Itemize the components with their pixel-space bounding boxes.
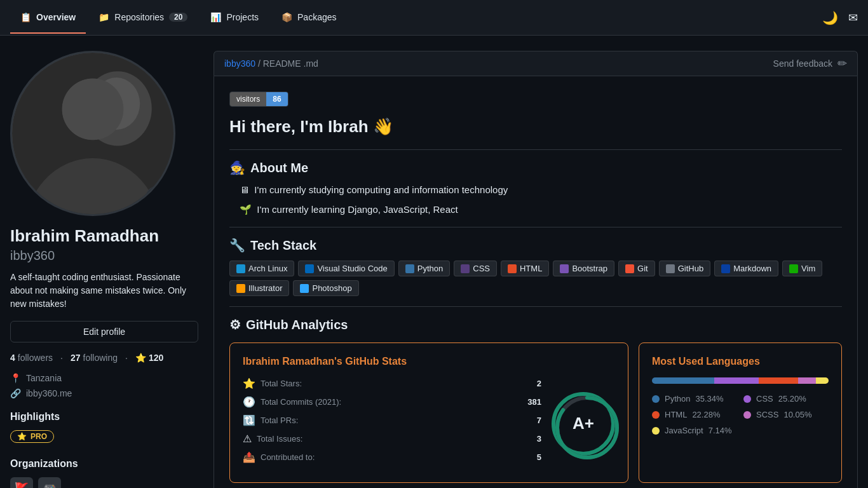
stats-list: ⭐ Total Stars: 2 🕐 Total Commits (2021):… — [243, 377, 541, 470]
lang-bar-segment-javascript — [816, 377, 829, 384]
inbox-button[interactable]: ✉ — [848, 11, 858, 25]
readme-path: ibby360 / README .md — [224, 58, 318, 69]
tech-badge-dot-github — [666, 264, 675, 273]
about-me-label: About Me — [250, 161, 308, 175]
stat-icon-4: 📤 — [243, 451, 255, 463]
profile-username: ibby360 — [10, 248, 198, 263]
readme-path-user[interactable]: ibby360 — [224, 58, 255, 69]
tech-badge-dot-python — [405, 264, 414, 273]
stat-value-2: 7 — [537, 416, 541, 425]
greeting-text: Hi there, I'm Ibrah 👋 — [229, 117, 842, 137]
tab-repositories[interactable]: 📁 Repositories 20 — [88, 2, 198, 34]
edit-profile-button[interactable]: Edit profile — [10, 321, 198, 342]
stat-row-2: 🔃 Total PRs: 7 — [243, 414, 541, 426]
languages-card: Most Used Languages Python 35.34% CSS 25… — [639, 342, 842, 483]
analytics-icon: ⚙ — [229, 317, 241, 332]
visitors-badge: visitors 86 — [229, 92, 288, 107]
followers-label: followers — [18, 353, 53, 363]
tech-badge-illustrator[interactable]: Illustrator — [229, 280, 289, 296]
lang-pct-css: 25.20% — [778, 394, 806, 403]
tech-badge-vscode[interactable]: Visual Studio Code — [298, 261, 394, 276]
tech-badge-html[interactable]: HTML — [501, 261, 549, 276]
link-icon: 🔗 — [10, 388, 21, 398]
tech-badge-label-python: Python — [417, 264, 443, 273]
tab-projects[interactable]: 📊 Projects — [200, 2, 269, 34]
divider-2 — [229, 227, 842, 227]
tab-overview[interactable]: 📋 Overview — [10, 2, 86, 34]
tab-packages[interactable]: 📦 Packages — [271, 2, 346, 34]
grade-text: A+ — [573, 414, 594, 433]
lang-item-javascript: JavaScript 7.14% — [652, 426, 737, 435]
lang-dot-html — [652, 411, 660, 419]
profile-meta: 📍 Tanzania 🔗 ibby360.me — [10, 373, 198, 398]
tech-label: Tech Stack — [250, 238, 316, 253]
tech-badge-github[interactable]: GitHub — [659, 261, 710, 276]
stats-card-title: Ibrahim Ramadhan's GitHub Stats — [243, 356, 615, 367]
right-content: ibby360 / README .md Send feedback ✏ vis… — [214, 51, 858, 488]
stat-icon-2: 🔃 — [243, 414, 255, 426]
stat-label-4: Contributed to: — [261, 452, 532, 462]
path-separator: / — [258, 58, 263, 69]
tech-badge-label-markdown: Markdown — [733, 264, 771, 273]
tech-badge-vim[interactable]: Vim — [782, 261, 822, 276]
readme-body: visitors 86 Hi there, I'm Ibrah 👋 🧙 Abou… — [214, 76, 858, 488]
tech-badge-arch[interactable]: Arch Linux — [229, 261, 294, 276]
tech-badge-css[interactable]: CSS — [454, 261, 497, 276]
avatar-emoji: 🙂 — [146, 186, 168, 209]
tech-badge-dot-markdown — [721, 264, 730, 273]
location-icon: 📍 — [10, 373, 21, 383]
about-item-2-text: I'm currently learning Django, JavaScrip… — [257, 204, 458, 215]
tech-stack-title: 🔧 Tech Stack — [229, 238, 842, 253]
repo-icon: 📁 — [98, 12, 109, 22]
edit-readme-button[interactable]: ✏ — [837, 57, 847, 71]
tech-badge-dot-illustrator — [236, 284, 245, 293]
about-item-1-icon: 🖥 — [240, 184, 249, 195]
header-nav: 📋 Overview 📁 Repositories 20 📊 Projects … — [0, 0, 868, 36]
tech-badge-dot-css — [461, 264, 470, 273]
tab-packages-label: Packages — [297, 12, 336, 22]
svg-point-3 — [25, 158, 161, 214]
tech-badge-label-vscode: Visual Studio Code — [317, 264, 387, 273]
lang-bar-segment-html — [759, 377, 798, 384]
analytics-label: GitHub Analytics — [246, 318, 348, 332]
projects-icon: 📊 — [210, 12, 221, 22]
stat-icon-3: ⚠ — [243, 433, 252, 445]
send-feedback-button[interactable]: Send feedback — [773, 58, 832, 69]
stat-row-0: ⭐ Total Stars: 2 — [243, 377, 541, 390]
lang-pct-html: 22.28% — [692, 410, 720, 419]
stat-label-2: Total PRs: — [261, 416, 532, 425]
about-item-1: 🖥 I'm currently studying computing and i… — [240, 183, 842, 198]
lang-dot-python — [652, 395, 660, 403]
org-avatar-2[interactable]: 🎮 — [38, 477, 61, 488]
tech-badge-bootstrap[interactable]: Bootstrap — [553, 261, 614, 276]
readme-path-file: README — [263, 58, 301, 69]
stars-link[interactable]: ⭐ 120 — [135, 353, 163, 363]
org-avatar-1[interactable]: 🚩 — [10, 477, 33, 488]
tech-badge-dot-bootstrap — [560, 264, 569, 273]
tech-badge-label-git: Git — [637, 264, 648, 273]
following-link[interactable]: 27 following — [71, 353, 118, 363]
tech-badge-markdown[interactable]: Markdown — [714, 261, 778, 276]
visitors-label: visitors — [230, 92, 266, 106]
lang-bar-segment-css — [714, 377, 759, 384]
tech-badge-git[interactable]: Git — [618, 261, 655, 276]
tech-badge-photoshop[interactable]: Photoshop — [293, 280, 358, 296]
stat-icon-0: ⭐ — [243, 377, 255, 390]
lang-name-javascript: JavaScript — [665, 426, 703, 435]
avatar-container: 🙂 — [10, 51, 175, 216]
follow-stats: 4 followers · 27 following · ⭐ 120 — [10, 353, 198, 363]
dark-mode-toggle[interactable]: 🌙 — [822, 10, 838, 25]
lang-dot-css — [743, 395, 751, 403]
tech-badge-python[interactable]: Python — [398, 261, 450, 276]
lang-item-html: HTML 22.28% — [652, 410, 737, 419]
tech-icon: 🔧 — [229, 238, 245, 253]
readme-actions: Send feedback ✏ — [773, 57, 847, 71]
followers-link[interactable]: 4 followers — [10, 353, 53, 363]
about-me-icon: 🧙 — [229, 160, 245, 175]
about-item-2-icon: 🌱 — [240, 204, 252, 215]
lang-name-css: CSS — [756, 394, 773, 403]
lang-dot-javascript — [652, 427, 660, 435]
website-link[interactable]: ibby360.me — [26, 388, 72, 398]
about-list: 🖥 I'm currently studying computing and i… — [229, 183, 842, 217]
about-me-title: 🧙 About Me — [229, 160, 842, 175]
